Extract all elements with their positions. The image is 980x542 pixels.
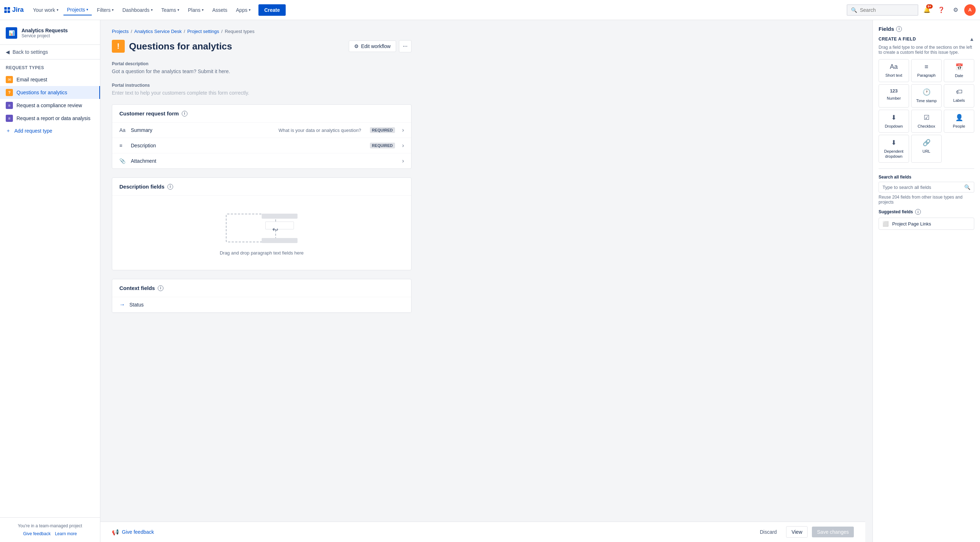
- attachment-icon: 📎: [119, 158, 127, 164]
- edit-workflow-button[interactable]: ⚙ Edit workflow: [349, 40, 396, 52]
- collapse-icon[interactable]: ▲: [969, 36, 974, 42]
- search-box[interactable]: 🔍: [846, 4, 918, 16]
- team-managed-text: You're in a team-managed project: [6, 523, 94, 528]
- paragraph-field-card[interactable]: ≡ Paragraph: [911, 59, 942, 82]
- add-request-type[interactable]: ＋ Add request type: [0, 125, 100, 137]
- project-page-links-item[interactable]: ⬜ Project Page Links: [878, 218, 974, 230]
- labels-field-card[interactable]: 🏷 Labels: [944, 84, 974, 107]
- people-field-card[interactable]: 👤 People: [944, 110, 974, 133]
- project-page-links-label: Project Page Links: [892, 221, 931, 227]
- context-fields-section: Context fields i → Status: [112, 279, 412, 313]
- breadcrumb-projects[interactable]: Projects: [112, 29, 129, 34]
- date-field-card[interactable]: 📅 Date: [944, 59, 974, 82]
- nav-apps[interactable]: Apps ▾: [232, 5, 254, 15]
- project-name: Analytics Requests: [22, 28, 68, 33]
- customer-form-info-icon[interactable]: i: [182, 111, 188, 116]
- description-fields-info-icon[interactable]: i: [167, 184, 173, 190]
- nav-projects[interactable]: Projects ▾: [64, 5, 92, 16]
- context-fields-info-icon[interactable]: i: [158, 285, 164, 291]
- sidebar-item-questions-analytics[interactable]: ? Questions for analytics: [0, 86, 100, 99]
- search-fields-label: Search all fields: [878, 175, 974, 180]
- chevron-right-icon: ›: [402, 142, 404, 149]
- project-type: Service project: [22, 33, 68, 38]
- avatar[interactable]: A: [964, 4, 976, 16]
- description-fields-header: Description fields i: [112, 178, 411, 196]
- notification-badge: 9+: [926, 4, 933, 9]
- dropdown-field-card[interactable]: ⬇ Dropdown: [878, 110, 909, 133]
- chevron-down-icon: ▾: [57, 8, 59, 12]
- nav-teams[interactable]: Teams ▾: [158, 5, 183, 15]
- paragraph-icon: ≡: [924, 63, 928, 71]
- attachment-field-row[interactable]: 📎 Attachment ›: [112, 153, 411, 168]
- view-button[interactable]: View: [786, 526, 808, 538]
- search-icon: 🔍: [964, 184, 970, 190]
- nav-assets[interactable]: Assets: [208, 5, 231, 15]
- sidebar-footer-links: Give feedback Learn more: [6, 531, 94, 536]
- more-options-button[interactable]: ···: [399, 40, 412, 52]
- sidebar-item-report-analysis[interactable]: ≡ Request a report or data analysis: [0, 112, 100, 125]
- back-to-settings[interactable]: ◀ Back to settings: [0, 45, 100, 59]
- logo[interactable]: Jira: [4, 6, 24, 14]
- help-button[interactable]: ❓: [935, 4, 947, 16]
- save-changes-button[interactable]: Save changes: [812, 526, 854, 537]
- notification-button[interactable]: 🔔 9+: [921, 4, 933, 16]
- back-icon: ◀: [6, 49, 10, 55]
- sidebar-item-email-request[interactable]: ✉ Email request: [0, 73, 100, 86]
- feedback-icon: 📢: [112, 529, 119, 536]
- summary-icon: Aa: [119, 127, 127, 133]
- create-field-header: CREATE A FIELD ▲: [878, 36, 974, 42]
- suggested-info-icon[interactable]: i: [915, 209, 921, 215]
- fields-info-icon[interactable]: i: [896, 26, 902, 32]
- checkbox-field-card[interactable]: ☑ Checkbox: [911, 110, 942, 133]
- chevron-right-icon: ›: [402, 158, 404, 164]
- description-field-row[interactable]: ≡ Description REQUIRED ›: [112, 138, 411, 153]
- nav-filters[interactable]: Filters ▾: [93, 5, 117, 15]
- settings-button[interactable]: ⚙: [950, 4, 961, 16]
- status-field-row[interactable]: → Status: [112, 297, 411, 313]
- search-fields-input[interactable]: [883, 184, 961, 190]
- main-content: Projects / Analytics Service Desk / Proj…: [100, 20, 872, 542]
- project-info: Analytics Requests Service project: [22, 28, 68, 38]
- nav-your-work[interactable]: Your work ▾: [29, 5, 62, 15]
- content-area: Projects / Analytics Service Desk / Proj…: [100, 20, 423, 350]
- dependent-dropdown-field-card[interactable]: ⬇ Dependent dropdown: [878, 135, 909, 163]
- mock-field-2: [265, 221, 294, 229]
- give-feedback-bottom-link[interactable]: Give feedback: [122, 529, 154, 535]
- summary-required-badge: REQUIRED: [370, 127, 395, 133]
- bottom-spacer: [112, 313, 412, 342]
- summary-field-row[interactable]: Aa Summary What is your data or analytic…: [112, 122, 411, 138]
- page-header: ! Questions for analytics ⚙ Edit workflo…: [112, 40, 412, 53]
- number-field-card[interactable]: 123 Number: [878, 84, 909, 107]
- summary-label: Summary: [131, 127, 274, 133]
- create-field-desc: Drag a field type to one of the sections…: [878, 45, 974, 55]
- top-navigation: Jira Your work ▾ Projects ▾ Filters ▾ Da…: [0, 0, 980, 20]
- questions-analytics-icon: ?: [6, 89, 13, 96]
- sidebar: 📊 Analytics Requests Service project ◀ B…: [0, 20, 100, 542]
- sidebar-footer: You're in a team-managed project Give fe…: [0, 517, 100, 542]
- create-field-section: CREATE A FIELD ▲ Drag a field type to on…: [878, 36, 974, 169]
- portal-instructions-placeholder[interactable]: Enter text to help your customers comple…: [112, 90, 412, 96]
- grid-icon: [4, 7, 10, 13]
- url-field-card[interactable]: 🔗 URL: [911, 135, 942, 163]
- discard-button[interactable]: Discard: [755, 526, 782, 537]
- compliance-review-icon: ≡: [6, 102, 13, 109]
- nav-dashboards[interactable]: Dashboards ▾: [119, 5, 156, 15]
- chevron-down-icon: ▾: [177, 8, 179, 12]
- short-text-field-card[interactable]: Aa Short text: [878, 59, 909, 82]
- people-icon: 👤: [955, 114, 963, 121]
- breadcrumb-analytics-service-desk[interactable]: Analytics Service Desk: [134, 29, 182, 34]
- summary-hint: What is your data or analytics question?: [278, 128, 361, 133]
- search-input[interactable]: [860, 7, 910, 13]
- give-feedback-link[interactable]: Give feedback: [23, 531, 51, 536]
- learn-more-link[interactable]: Learn more: [55, 531, 77, 536]
- chevron-right-icon: ›: [402, 127, 404, 134]
- chevron-down-icon: ▾: [202, 8, 204, 12]
- nav-plans[interactable]: Plans ▾: [184, 5, 207, 15]
- fields-header: Fields i: [878, 26, 974, 32]
- breadcrumb-project-settings[interactable]: Project settings: [187, 29, 219, 34]
- suggested-fields-header: Suggested fields i: [878, 209, 974, 215]
- timestamp-field-card[interactable]: 🕐 Time stamp: [911, 84, 942, 107]
- sidebar-item-compliance-review[interactable]: ≡ Request a compliance review: [0, 99, 100, 112]
- create-button[interactable]: Create: [258, 4, 286, 16]
- nav-items: Your work ▾ Projects ▾ Filters ▾ Dashboa…: [29, 4, 846, 16]
